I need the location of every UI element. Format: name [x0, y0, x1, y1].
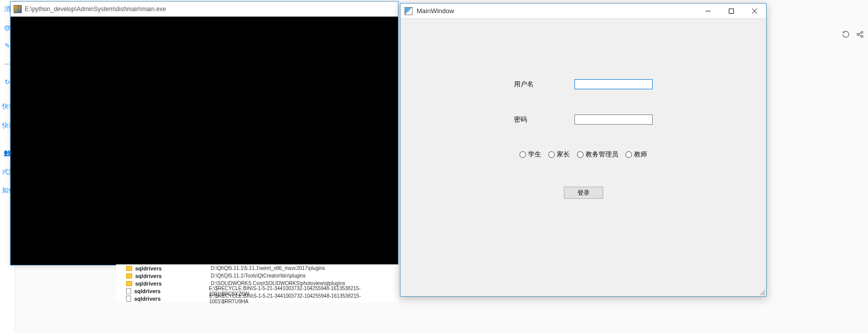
- file-name: sqldrivers: [134, 296, 209, 302]
- qt-window-controls: [697, 4, 766, 19]
- resize-grip[interactable]: [758, 288, 765, 295]
- file-name: sqldrivers: [135, 273, 211, 279]
- svg-rect-4: [729, 9, 734, 13]
- svg-point-0: [857, 33, 859, 35]
- radio-label: 教务管理员: [586, 150, 618, 159]
- folder-icon: [126, 281, 132, 286]
- refresh-icon[interactable]: [842, 30, 850, 40]
- console-titlebar[interactable]: E:\python_develop\AdminSystem\dist\main\…: [11, 2, 398, 17]
- svg-point-1: [861, 31, 863, 33]
- password-label: 密码: [514, 115, 564, 124]
- file-path: D:\Qt\Qt5.11.1\5.11.1\winrt_x86_msvc2017…: [211, 265, 325, 271]
- qt-main-window: MainWindow 用户名 密码 学生: [400, 3, 767, 297]
- minimize-button[interactable]: [697, 4, 720, 19]
- svg-point-2: [861, 35, 863, 37]
- maximize-button[interactable]: [720, 4, 743, 19]
- radio-teacher[interactable]: 教师: [625, 150, 647, 159]
- password-input[interactable]: [574, 115, 653, 125]
- console-title: E:\python_develop\AdminSystem\dist\main\…: [25, 6, 166, 13]
- radio-circle-icon: [625, 151, 632, 158]
- console-window: E:\python_develop\AdminSystem\dist\main\…: [10, 1, 398, 265]
- console-app-icon: [14, 5, 22, 13]
- qt-titlebar[interactable]: MainWindow: [400, 4, 766, 19]
- file-path: E:\$RECYCLE.BIN\S-1-5-21-3441003732-1042…: [209, 293, 398, 304]
- radio-label: 教师: [634, 150, 647, 159]
- username-input[interactable]: [574, 79, 653, 89]
- folder-icon: [126, 273, 132, 279]
- console-body[interactable]: [11, 17, 398, 265]
- radio-student[interactable]: 学生: [519, 150, 541, 159]
- topright-toolbar: [842, 30, 864, 40]
- file-icon: [126, 296, 131, 302]
- login-row: 登录: [400, 187, 766, 199]
- radio-admin[interactable]: 教务管理员: [577, 150, 618, 159]
- file-row[interactable]: sqldrivers D:\Qt\Qt5.11.1\5.11.1\winrt_x…: [116, 264, 398, 272]
- login-button[interactable]: 登录: [564, 187, 603, 199]
- username-row: 用户名: [400, 79, 766, 89]
- radio-label: 学生: [528, 150, 541, 159]
- file-row[interactable]: sqldrivers E:\$RECYCLE.BIN\S-1-5-21-3441…: [116, 295, 398, 302]
- radio-label: 家长: [557, 150, 570, 159]
- qt-app-icon: [404, 7, 413, 15]
- file-name: sqldrivers: [135, 265, 211, 271]
- file-icon: [126, 288, 131, 294]
- password-row: 密码: [400, 115, 766, 125]
- radio-circle-icon: [548, 151, 555, 158]
- radio-circle-icon: [519, 151, 526, 158]
- file-path: D:\Qt\Qt5.11.1\Tools\QtCreator\bin\plugi…: [211, 273, 306, 279]
- qt-body: 用户名 密码 学生 家长 教务管理员 教师: [400, 19, 766, 296]
- file-name: sqldrivers: [134, 288, 209, 294]
- file-row[interactable]: sqldrivers D:\Qt\Qt5.11.1\Tools\QtCreato…: [116, 272, 398, 280]
- username-label: 用户名: [514, 80, 564, 89]
- radio-circle-icon: [577, 151, 584, 158]
- radio-parent[interactable]: 家长: [548, 150, 570, 159]
- role-radio-group: 学生 家长 教务管理员 教师: [400, 150, 766, 159]
- file-list: sqldrivers D:\Qt\Qt5.11.1\5.11.1\winrt_x…: [116, 264, 398, 302]
- folder-icon: [126, 266, 132, 271]
- close-button[interactable]: [743, 4, 766, 19]
- qt-title: MainWindow: [417, 7, 697, 15]
- share-icon[interactable]: [856, 30, 864, 40]
- file-name: sqldrivers: [135, 281, 211, 287]
